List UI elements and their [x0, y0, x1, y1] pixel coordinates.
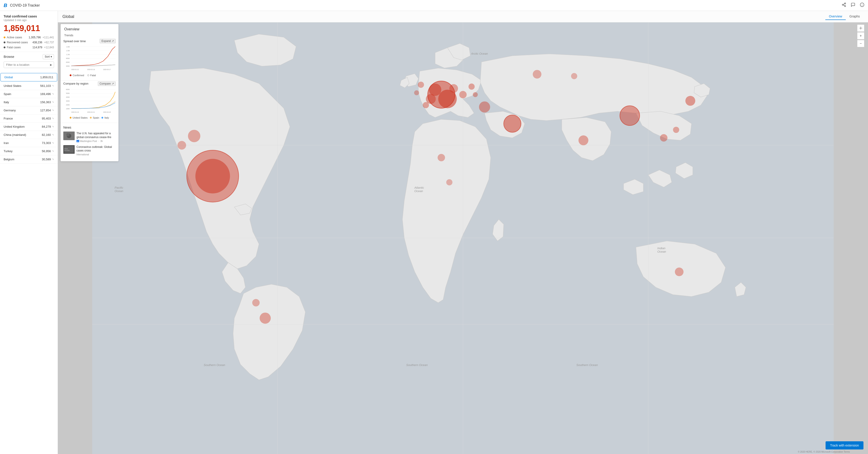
- us-dot: [70, 117, 71, 119]
- location-count: 1,859,011: [40, 75, 53, 79]
- news-title: News: [63, 126, 116, 129]
- tab-overview[interactable]: Overview: [825, 13, 846, 20]
- last-updated: Updated 3 min ago: [4, 19, 54, 22]
- compare-chart-svg: 600K 500K 400K 300K 200K 100K 2020-01-24…: [63, 87, 116, 115]
- location-name: United Kingdom: [4, 125, 25, 128]
- app-title: COVID-19 Tracker: [10, 3, 40, 7]
- location-count: 56,956: [42, 150, 51, 153]
- world-map-container: Arctic Ocean PacificOcean AtlanticOcean …: [58, 22, 868, 454]
- location-right: 30,589 ✎: [42, 158, 54, 161]
- location-item[interactable]: Belgium 30,589 ✎: [0, 155, 58, 163]
- location-right: 1,859,011: [40, 75, 53, 79]
- news-content-2: Coronavirus outbreak: Global cases cross…: [76, 145, 116, 156]
- news-time-1: ·: [98, 140, 99, 142]
- news-content-1: The U.N. has appealed for a global coron…: [76, 132, 116, 142]
- svg-point-19: [449, 84, 458, 93]
- sort-button[interactable]: Sort ▾: [43, 54, 54, 59]
- filter-input-wrap: ➤: [4, 61, 54, 68]
- share-icon[interactable]: [842, 2, 846, 8]
- location-right: 169,496 ✎: [40, 92, 54, 96]
- sidebar: Total confirmed cases Updated 3 min ago …: [0, 11, 58, 454]
- location-count: 73,303: [42, 141, 51, 145]
- location-item[interactable]: Spain 169,496 ✎: [0, 90, 58, 98]
- info-icon[interactable]: [860, 2, 864, 8]
- location-item[interactable]: United Kingdom 84,279 ✎: [0, 123, 58, 131]
- svg-point-31: [252, 299, 260, 306]
- location-item[interactable]: United States 561,103 ✎: [0, 82, 58, 90]
- section-divider: [61, 80, 119, 80]
- location-right: 56,956 ✎: [42, 150, 54, 153]
- edit-icon: ✎: [52, 93, 54, 95]
- edit-icon: ✎: [52, 142, 54, 144]
- spain-dot: [90, 117, 92, 119]
- compare-expand-icon: ↗: [112, 82, 114, 85]
- location-name: Germany: [4, 109, 16, 112]
- svg-text:500K: 500K: [66, 93, 70, 94]
- news-item-1[interactable]: The U.N. has appealed for a global coron…: [63, 132, 116, 142]
- zoom-in-button[interactable]: +: [857, 32, 864, 39]
- news-meta-2: International: [76, 153, 116, 156]
- svg-point-29: [178, 141, 186, 150]
- location-item[interactable]: France 95,403 ✎: [0, 115, 58, 123]
- svg-point-35: [469, 84, 475, 90]
- svg-text:100K: 100K: [66, 108, 70, 109]
- location-button[interactable]: [857, 25, 864, 32]
- compare-button[interactable]: Compare ↗: [98, 82, 116, 86]
- svg-point-15: [195, 159, 230, 193]
- location-name: Spain: [4, 92, 11, 96]
- news-item-2[interactable]: INTER-NATIONAL Coronavirus outbreak: Glo…: [63, 145, 116, 156]
- italy-legend: Italy: [101, 116, 109, 119]
- zoom-out-button[interactable]: −: [857, 40, 864, 47]
- expand-button[interactable]: Expand ↗: [100, 39, 116, 43]
- location-item[interactable]: Turkey 56,956 ✎: [0, 147, 58, 155]
- location-count: 561,103: [40, 84, 51, 88]
- spain-label: Spain: [93, 116, 99, 119]
- location-count: 95,403: [42, 117, 51, 120]
- recovered-value: 438,236: [32, 41, 42, 44]
- svg-text:2020-03-20: 2020-03-20: [103, 111, 111, 113]
- svg-rect-79: [64, 146, 73, 153]
- logo-area: B COVID-19 Tracker: [4, 2, 40, 8]
- location-right: 84,279 ✎: [42, 125, 54, 128]
- svg-text:300K: 300K: [66, 100, 70, 102]
- edit-icon: ✎: [52, 134, 54, 136]
- svg-point-36: [473, 92, 478, 97]
- fatal-cases-row: Fatal cases 114,979 +12,843: [4, 45, 54, 50]
- copyright-text: © 2020 HERE, © 2020 Microsoft Corporatio…: [798, 451, 850, 453]
- svg-line-3: [843, 5, 845, 6]
- svg-text:2020-01-24: 2020-01-24: [71, 111, 79, 113]
- track-extension-button[interactable]: Track with extension: [826, 441, 864, 450]
- location-name: China (mainland): [4, 133, 26, 136]
- feedback-icon[interactable]: [851, 2, 855, 8]
- italy-label: Italy: [104, 116, 109, 119]
- news-meta-1: WP Washington Post · 3h: [76, 140, 116, 142]
- svg-point-0: [845, 3, 846, 4]
- edit-icon: ✎: [52, 158, 54, 161]
- svg-point-22: [504, 115, 521, 132]
- location-item[interactable]: Global 1,859,011: [0, 73, 57, 82]
- filter-input[interactable]: [4, 61, 54, 68]
- location-item[interactable]: Iran 73,303 ✎: [0, 139, 58, 147]
- location-right: 73,303 ✎: [42, 141, 54, 145]
- news-thumb-2: INTER-NATIONAL: [63, 145, 75, 154]
- tab-graphs[interactable]: Graphs: [846, 13, 864, 20]
- svg-text:WP: WP: [77, 140, 79, 142]
- news-divider: [61, 123, 119, 123]
- fatal-legend-dot: [87, 74, 89, 76]
- news-thumb-1: [63, 132, 75, 140]
- location-item[interactable]: China (mainland) 82,160 ✎: [0, 131, 58, 139]
- browse-row: Browse Sort ▾: [4, 54, 54, 59]
- news-section: News The U.N. has appealed for a global …: [61, 124, 119, 161]
- svg-point-37: [418, 82, 424, 88]
- world-map-svg: [58, 22, 868, 454]
- edit-icon: ✎: [52, 101, 54, 103]
- location-name: France: [4, 117, 13, 120]
- active-value: 1,305,796: [29, 36, 41, 39]
- location-item[interactable]: Germany 127,854 ✎: [0, 106, 58, 115]
- location-item[interactable]: Italy 156,363 ✎: [0, 98, 58, 106]
- edit-icon: ✎: [52, 109, 54, 111]
- bing-logo-icon[interactable]: B: [4, 2, 7, 8]
- svg-point-23: [620, 106, 640, 125]
- svg-point-39: [479, 101, 490, 112]
- location-right: 82,160 ✎: [42, 133, 54, 136]
